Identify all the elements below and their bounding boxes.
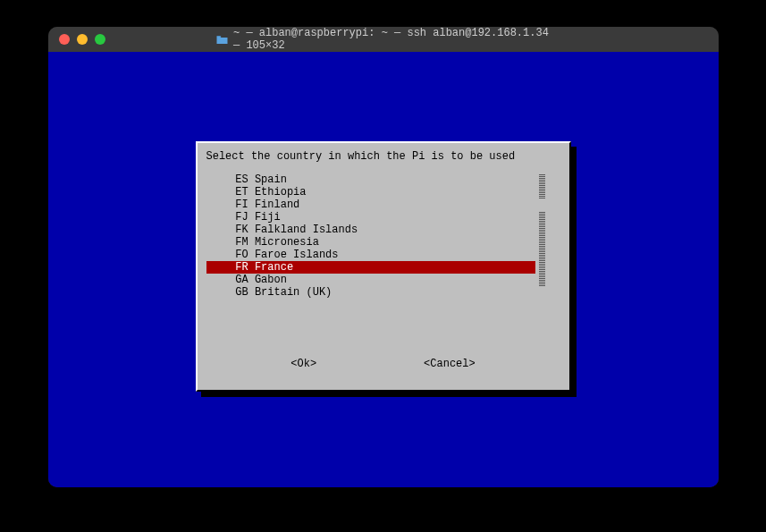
dialog-prompt: Select the country in which the Pi is to… bbox=[206, 150, 560, 163]
country-item-fj[interactable]: FJ Fiji bbox=[206, 211, 535, 224]
scrollbar[interactable] bbox=[539, 173, 546, 299]
country-item-fo[interactable]: FO Faroe Islands bbox=[206, 249, 535, 261]
window-controls bbox=[59, 34, 105, 45]
country-item-fr[interactable]: FR France bbox=[206, 261, 535, 274]
country-select-dialog: Select the country in which the Pi is to… bbox=[196, 141, 571, 392]
terminal-window: ~ — alban@raspberrypi: ~ — ssh alban@192… bbox=[48, 27, 719, 487]
minimize-icon[interactable] bbox=[77, 34, 88, 45]
terminal-content[interactable]: Select the country in which the Pi is to… bbox=[48, 52, 719, 487]
window-title: ~ — alban@raspberrypi: ~ — ssh alban@192… bbox=[215, 27, 551, 52]
country-item-gb[interactable]: GB Britain (UK) bbox=[206, 286, 535, 299]
country-item-fm[interactable]: FM Micronesia bbox=[206, 236, 535, 249]
maximize-icon[interactable] bbox=[95, 34, 105, 45]
scroll-indicator bbox=[539, 274, 545, 286]
country-list[interactable]: ES Spain ET Ethiopia FI Finland FJ Fiji … bbox=[206, 173, 535, 299]
scroll-indicator bbox=[539, 236, 545, 249]
country-item-es[interactable]: ES Spain bbox=[206, 173, 535, 186]
titlebar[interactable]: ~ — alban@raspberrypi: ~ — ssh alban@192… bbox=[48, 27, 719, 52]
window-title-text: ~ — alban@raspberrypi: ~ — ssh alban@192… bbox=[233, 27, 551, 52]
scroll-indicator bbox=[539, 249, 545, 261]
close-icon[interactable] bbox=[59, 34, 70, 45]
folder-icon bbox=[215, 35, 228, 45]
country-item-ga[interactable]: GA Gabon bbox=[206, 274, 535, 286]
dialog-buttons: <Ok> <Cancel> bbox=[198, 358, 569, 370]
ok-button[interactable]: <Ok> bbox=[290, 358, 316, 370]
cancel-button[interactable]: <Cancel> bbox=[424, 358, 476, 370]
country-item-fk[interactable]: FK Falkland Islands bbox=[206, 224, 535, 236]
country-item-fi[interactable]: FI Finland bbox=[206, 198, 535, 211]
scroll-indicator bbox=[539, 224, 545, 236]
scroll-indicator bbox=[539, 261, 545, 274]
scroll-indicator bbox=[539, 211, 545, 224]
scroll-indicator bbox=[539, 173, 545, 186]
country-item-et[interactable]: ET Ethiopia bbox=[206, 186, 535, 198]
scroll-indicator bbox=[539, 186, 545, 198]
